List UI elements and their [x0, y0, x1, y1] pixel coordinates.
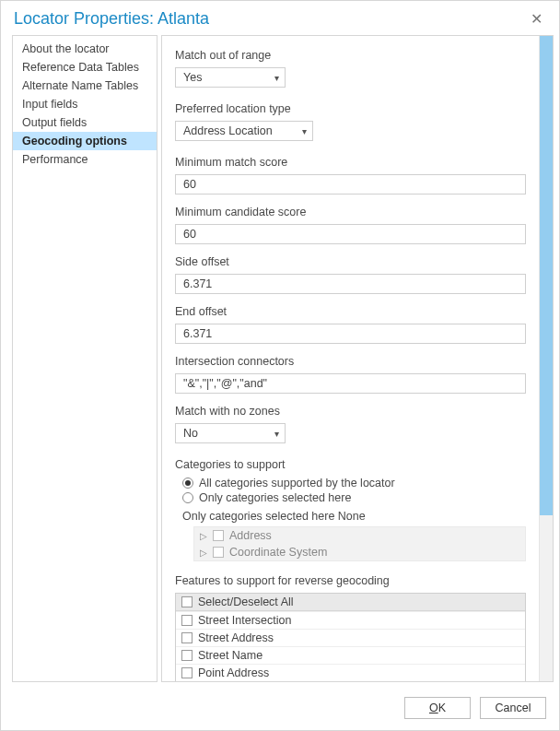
chevron-down-icon: ▾ — [302, 126, 307, 136]
sidebar-item-output-fields[interactable]: Output fields — [13, 113, 157, 132]
label-side-offset: Side offset — [175, 255, 526, 268]
checkbox-icon[interactable] — [181, 596, 192, 607]
feature-label: Street Name — [198, 649, 262, 662]
select-value: No — [183, 427, 198, 440]
vertical-scrollbar[interactable] — [539, 36, 553, 681]
feature-label: Street Intersection — [198, 614, 291, 627]
label-reverse-features: Features to support for reverse geocodin… — [175, 574, 526, 587]
reverse-features-list: Select/Deselect All Street Intersection … — [175, 593, 526, 681]
reverse-feature-select-all[interactable]: Select/Deselect All — [176, 594, 525, 611]
feature-label: Point Address — [198, 666, 269, 679]
ok-rest: K — [438, 702, 446, 714]
checkbox-icon[interactable] — [181, 615, 192, 626]
sidebar-item-about[interactable]: About the locator — [13, 40, 157, 58]
feature-label: Street Address — [198, 631, 274, 644]
sidebar: About the locator Reference Data Tables … — [12, 35, 158, 682]
categories-sublabel: Only categories selected here None — [182, 510, 526, 523]
radio-icon — [182, 478, 193, 489]
input-end-offset[interactable] — [175, 324, 526, 344]
radio-label: Only categories selected here — [199, 491, 351, 504]
titlebar: Locator Properties: Atlanta ✕ — [1, 1, 559, 35]
tree-item-label: Coordinate System — [229, 546, 327, 559]
dialog-body: About the locator Reference Data Tables … — [1, 35, 559, 688]
checkbox-icon[interactable] — [213, 547, 224, 558]
select-value: Yes — [183, 71, 202, 84]
radio-selected-categories[interactable]: Only categories selected here — [182, 491, 526, 504]
sidebar-item-input-fields[interactable]: Input fields — [13, 95, 157, 113]
select-match-no-zones[interactable]: No ▾ — [175, 423, 286, 443]
locator-properties-dialog: Locator Properties: Atlanta ✕ About the … — [0, 0, 560, 731]
reverse-feature-row[interactable]: Street Address — [176, 629, 525, 646]
dialog-title: Locator Properties: Atlanta — [14, 9, 209, 29]
label-match-no-zones: Match with no zones — [175, 405, 526, 418]
reverse-feature-row[interactable]: Point Address — [176, 664, 525, 681]
label-intersection-connectors: Intersection connectors — [175, 355, 526, 368]
tree-item-coordinate-system[interactable]: ▷ Coordinate System — [194, 544, 525, 560]
label-min-match-score: Minimum match score — [175, 156, 526, 169]
input-min-candidate-score[interactable] — [175, 224, 526, 244]
tree-item-address[interactable]: ▷ Address — [194, 527, 525, 544]
sidebar-item-performance[interactable]: Performance — [13, 150, 157, 169]
expand-icon: ▷ — [200, 548, 207, 558]
ok-underline: O — [429, 702, 438, 714]
input-min-match-score[interactable] — [175, 174, 526, 195]
reverse-feature-row[interactable]: Street Name — [176, 646, 525, 664]
label-min-candidate-score: Minimum candidate score — [175, 206, 526, 218]
sidebar-item-geocoding-options[interactable]: Geocoding options — [13, 132, 157, 150]
main-panel-wrap: Match out of range Yes ▾ Preferred locat… — [161, 35, 554, 682]
label-match-out-of-range: Match out of range — [175, 49, 526, 62]
select-preferred-location-type[interactable]: Address Location ▾ — [175, 121, 313, 141]
checkbox-icon[interactable] — [181, 632, 192, 643]
label-categories: Categories to support — [175, 458, 526, 471]
select-value: Address Location — [183, 124, 273, 137]
sidebar-item-alternate-names[interactable]: Alternate Name Tables — [13, 77, 157, 95]
chevron-down-icon: ▾ — [274, 429, 279, 439]
sidebar-item-reference-data[interactable]: Reference Data Tables — [13, 58, 157, 77]
checkbox-icon[interactable] — [213, 530, 224, 541]
ok-button[interactable]: OK — [404, 697, 471, 719]
label-end-offset: End offset — [175, 305, 526, 318]
main-panel: Match out of range Yes ▾ Preferred locat… — [162, 36, 539, 681]
radio-all-categories[interactable]: All categories supported by the locator — [182, 477, 526, 489]
cancel-button[interactable]: Cancel — [480, 697, 546, 719]
feature-label: Select/Deselect All — [198, 595, 294, 608]
select-match-out-of-range[interactable]: Yes ▾ — [175, 67, 286, 88]
dialog-footer: OK Cancel — [1, 688, 559, 730]
expand-icon: ▷ — [200, 531, 207, 541]
reverse-feature-row[interactable]: Street Intersection — [176, 611, 525, 629]
tree-item-label: Address — [229, 529, 272, 542]
label-preferred-location-type: Preferred location type — [175, 102, 526, 115]
input-side-offset[interactable] — [175, 274, 526, 294]
radio-icon — [182, 492, 193, 503]
chevron-down-icon: ▾ — [274, 73, 279, 83]
input-intersection-connectors[interactable] — [175, 373, 526, 394]
categories-tree: ▷ Address ▷ Coordinate System — [193, 526, 526, 561]
radio-label: All categories supported by the locator — [199, 477, 395, 489]
close-icon[interactable]: ✕ — [525, 8, 548, 29]
checkbox-icon[interactable] — [181, 667, 192, 678]
checkbox-icon[interactable] — [181, 650, 192, 661]
